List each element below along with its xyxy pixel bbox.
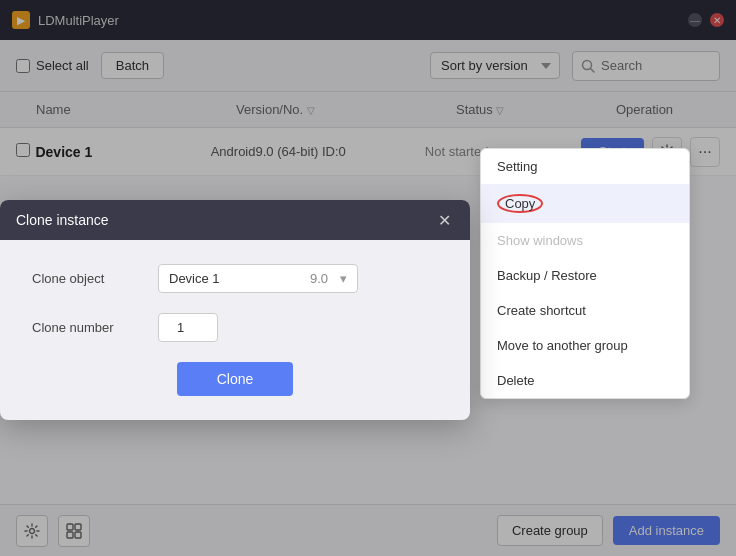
modal-title: Clone instance (16, 212, 109, 228)
copy-circle-highlight: Copy (497, 194, 543, 213)
modal-close-button[interactable]: ✕ (434, 210, 454, 230)
clone-number-field: Clone number (32, 313, 438, 342)
clone-object-version: 9.0 (310, 271, 328, 286)
clone-number-input[interactable] (158, 313, 218, 342)
modal-body: Clone object Device 1 9.0 ▾ Clone number… (0, 240, 470, 420)
clone-number-label: Clone number (32, 320, 142, 335)
ctx-setting[interactable]: Setting (481, 149, 689, 184)
ctx-copy[interactable]: Copy (481, 184, 689, 223)
clone-object-label: Clone object (32, 271, 142, 286)
ctx-delete[interactable]: Delete (481, 363, 689, 398)
ctx-backup-restore[interactable]: Backup / Restore (481, 258, 689, 293)
clone-modal: Clone instance ✕ Clone object Device 1 9… (0, 200, 470, 420)
ctx-create-shortcut[interactable]: Create shortcut (481, 293, 689, 328)
ctx-show-windows: Show windows (481, 223, 689, 258)
dropdown-arrow-icon: ▾ (340, 271, 347, 286)
context-menu: Setting Copy Show windows Backup / Resto… (480, 148, 690, 399)
clone-button[interactable]: Clone (177, 362, 294, 396)
clone-object-value: Device 1 (169, 271, 220, 286)
modal-header: Clone instance ✕ (0, 200, 470, 240)
clone-object-select[interactable]: Device 1 9.0 ▾ (158, 264, 358, 293)
ctx-move-group[interactable]: Move to another group (481, 328, 689, 363)
clone-object-field: Clone object Device 1 9.0 ▾ (32, 264, 438, 293)
